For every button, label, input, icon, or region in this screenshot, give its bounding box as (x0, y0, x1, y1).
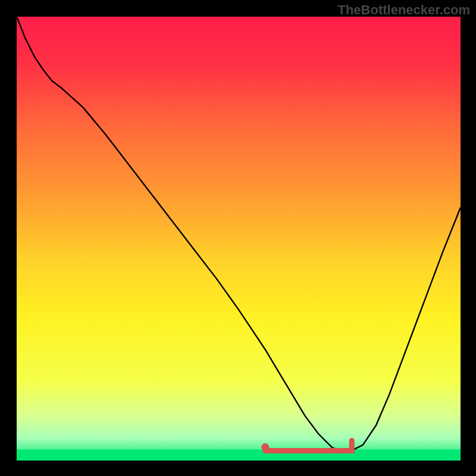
bottleneck-chart (17, 17, 461, 461)
green-baseline (17, 449, 461, 461)
watermark-text: TheBottlenecker.com (337, 2, 470, 18)
gradient-background (17, 17, 461, 461)
chart-container (17, 17, 461, 461)
optimal-start-dot (261, 443, 269, 451)
